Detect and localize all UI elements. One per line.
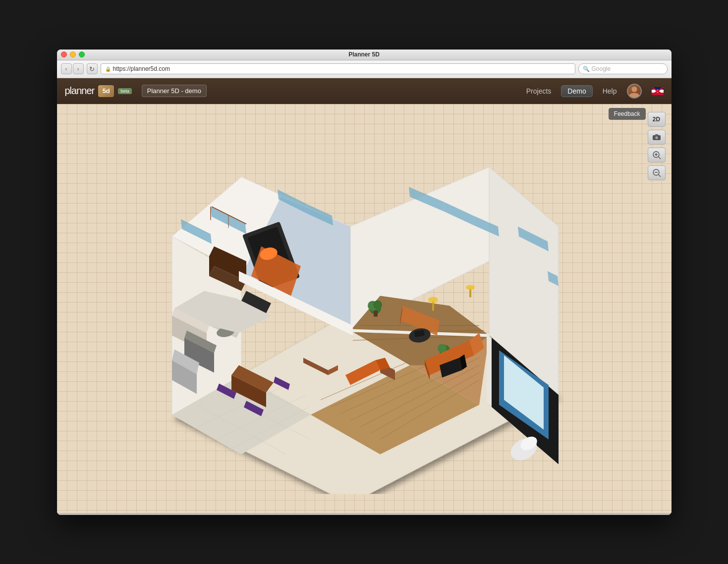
- nav-buttons: ‹ ›: [61, 63, 84, 74]
- svg-point-62: [466, 285, 475, 290]
- url-text: https://planner5d.com: [113, 65, 170, 72]
- zoom-out-button[interactable]: [648, 165, 666, 180]
- svg-point-0: [631, 86, 637, 92]
- language-flag[interactable]: [652, 87, 664, 95]
- svg-line-105: [659, 175, 661, 177]
- svg-point-54: [373, 300, 382, 309]
- address-bar: ‹ › ↻ 🔒 https://planner5d.com 🔍 Google: [57, 60, 672, 78]
- floorplan-svg: [132, 137, 578, 494]
- svg-point-60: [428, 297, 438, 303]
- logo-icon: 5d: [98, 85, 114, 97]
- forward-button[interactable]: ›: [73, 63, 84, 74]
- url-bar[interactable]: 🔒 https://planner5d.com: [101, 63, 575, 74]
- mac-window: Planner 5D ‹ › ↻ 🔒 https://planner5d.com…: [57, 50, 672, 515]
- svg-rect-55: [374, 310, 378, 316]
- lock-icon: 🔒: [105, 66, 111, 72]
- window-buttons: [61, 51, 85, 57]
- search-icon: 🔍: [583, 66, 590, 72]
- back-button[interactable]: ‹: [61, 63, 72, 74]
- app-header: planner 5d beta Planner 5D - demo Projec…: [57, 78, 672, 104]
- search-bar[interactable]: 🔍 Google: [578, 63, 668, 74]
- user-avatar[interactable]: [627, 84, 642, 99]
- project-name[interactable]: Planner 5D - demo: [142, 85, 207, 97]
- right-toolbar: 2D: [648, 112, 666, 180]
- svg-point-98: [656, 137, 658, 139]
- window-title: Planner 5D: [348, 51, 380, 58]
- 2d-view-button[interactable]: 2D: [648, 112, 666, 127]
- nav-demo[interactable]: Demo: [561, 85, 592, 97]
- zoom-in-button[interactable]: [648, 148, 666, 162]
- logo-text: planner: [65, 85, 95, 97]
- header-nav: Projects Demo Help: [526, 84, 664, 99]
- viewer-area: Feedback: [57, 104, 672, 513]
- search-placeholder: Google: [592, 65, 611, 72]
- floorplan-container: [132, 137, 578, 494]
- reload-button[interactable]: ↻: [87, 63, 98, 74]
- camera-button[interactable]: [648, 130, 666, 145]
- window-border-bottom: [57, 513, 672, 515]
- nav-help[interactable]: Help: [603, 87, 617, 95]
- feedback-button[interactable]: Feedback: [609, 108, 646, 120]
- nav-projects[interactable]: Projects: [526, 87, 552, 95]
- title-bar: Planner 5D: [57, 50, 672, 60]
- beta-badge: beta: [118, 88, 132, 94]
- svg-rect-99: [655, 134, 658, 136]
- maximize-button[interactable]: [79, 51, 85, 57]
- close-button[interactable]: [61, 51, 67, 57]
- logo-area: planner 5d beta: [65, 85, 132, 97]
- minimize-button[interactable]: [70, 51, 76, 57]
- svg-line-101: [659, 157, 661, 159]
- svg-marker-44: [487, 333, 492, 407]
